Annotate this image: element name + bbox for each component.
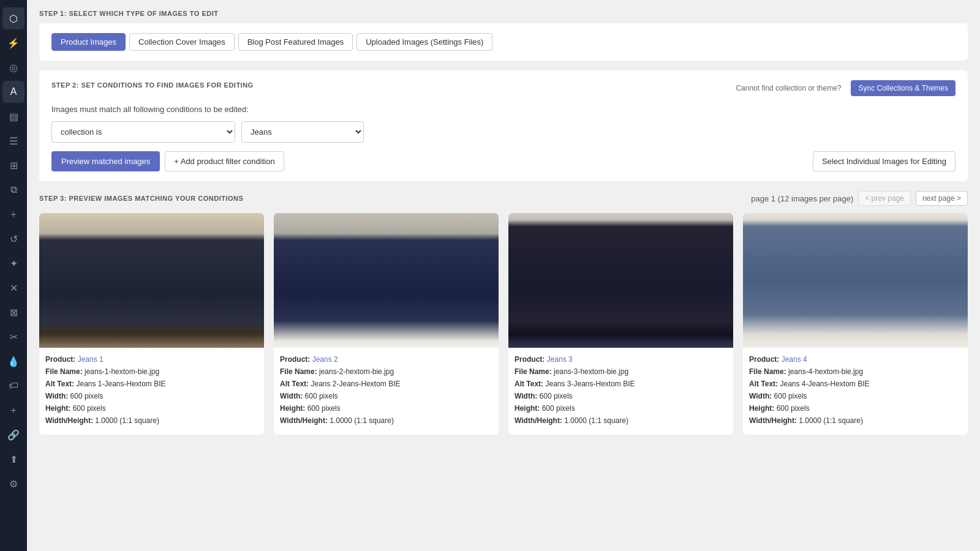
- step2-label: STEP 2: SET CONDITIONS TO FIND IMAGES FO…: [51, 81, 254, 89]
- tab-product-images[interactable]: Product Images: [51, 33, 126, 51]
- step2-card: STEP 2: SET CONDITIONS TO FIND IMAGES FO…: [39, 70, 968, 181]
- step1-label: STEP 1: SELECT WHICH TYPE OF IMAGES TO E…: [39, 10, 968, 17]
- add-condition-button[interactable]: + Add product filter condition: [165, 151, 284, 171]
- step2-header: STEP 2: SET CONDITIONS TO FIND IMAGES FO…: [51, 80, 956, 96]
- height-line-2: Height: 600 pixels: [280, 403, 492, 414]
- image-type-tabs: Product Images Collection Cover Images B…: [51, 33, 956, 51]
- image-preview-3: [508, 213, 733, 348]
- ratio-line-4: Width/Height: 1.0000 (1:1 square): [749, 415, 962, 426]
- alt-line-1: Alt Text: Jeans 1-Jeans-Hextom BIE: [45, 378, 258, 389]
- image-info-4: Product: Jeans 4 File Name: jeans-4-hext…: [743, 348, 968, 435]
- filename-line-2: File Name: jeans-2-hextom-bie.jpg: [280, 366, 492, 377]
- sidebar-icon-refresh[interactable]: ↺: [2, 228, 24, 250]
- sidebar-icon-layers[interactable]: ⧉: [2, 179, 24, 201]
- sidebar-icon-tag[interactable]: ✦: [2, 252, 24, 274]
- condition-value-select[interactable]: Jeans: [241, 121, 364, 143]
- step1-card: Product Images Collection Cover Images B…: [39, 23, 968, 61]
- preview-matched-images-button[interactable]: Preview matched images: [51, 151, 160, 171]
- step3-label: STEP 3: PREVIEW IMAGES MATCHING YOUR CON…: [39, 195, 243, 202]
- main-content: STEP 1: SELECT WHICH TYPE OF IMAGES TO E…: [27, 0, 980, 551]
- height-line-1: Height: 600 pixels: [45, 403, 258, 414]
- image-info-3: Product: Jeans 3 File Name: jeans-3-hext…: [508, 348, 733, 435]
- sidebar-icon-circle[interactable]: ◎: [2, 56, 24, 78]
- sidebar-icon-plus[interactable]: ＋: [2, 203, 24, 225]
- product-link-3[interactable]: Jeans 3: [547, 355, 573, 364]
- sidebar-icon-plus2[interactable]: ＋: [2, 399, 24, 421]
- image-card-2: Product: Jeans 2 File Name: jeans-2-hext…: [274, 213, 499, 435]
- step3-header: STEP 3: PREVIEW IMAGES MATCHING YOUR CON…: [39, 191, 968, 206]
- sidebar-icon-upload[interactable]: ⬆: [2, 448, 24, 470]
- image-card-3: Product: Jeans 3 File Name: jeans-3-hext…: [508, 213, 733, 435]
- sync-collections-button[interactable]: Sync Collections & Themes: [851, 80, 956, 96]
- width-line-1: Width: 600 pixels: [45, 391, 258, 402]
- ratio-line-2: Width/Height: 1.0000 (1:1 square): [280, 415, 492, 426]
- sidebar-icon-group[interactable]: ⊠: [2, 301, 24, 323]
- image-info-2: Product: Jeans 2 File Name: jeans-2-hext…: [274, 348, 499, 435]
- image-info-1: Product: Jeans 1 File Name: jeans-1-hext…: [39, 348, 264, 435]
- width-line-2: Width: 600 pixels: [280, 391, 492, 402]
- image-preview-4: [743, 213, 968, 348]
- sidebar-icon-x[interactable]: ✕: [2, 277, 24, 299]
- alt-line-3: Alt Text: Jeans 3-Jeans-Hextom BIE: [514, 378, 727, 389]
- sidebar-icon-settings[interactable]: ⚙: [2, 473, 24, 495]
- filename-line-1: File Name: jeans-1-hextom-bie.jpg: [45, 366, 258, 377]
- height-line-4: Height: 600 pixels: [749, 403, 962, 414]
- select-individual-images-button[interactable]: Select Individual Images for Editing: [813, 151, 956, 171]
- image-preview-1: [39, 213, 264, 348]
- product-line-3: Product: Jeans 3: [514, 354, 727, 365]
- sidebar-icon-link[interactable]: 🔗: [2, 424, 24, 446]
- sidebar-icon-scissors[interactable]: ✂: [2, 326, 24, 348]
- sidebar-icon-list[interactable]: ☰: [2, 130, 24, 152]
- next-page-button[interactable]: next page >: [916, 191, 968, 206]
- conditions-description: Images must match all following conditio…: [51, 105, 956, 114]
- image-preview-2: [274, 213, 499, 348]
- tab-collection-cover-images[interactable]: Collection Cover Images: [129, 33, 235, 51]
- product-link-4[interactable]: Jeans 4: [782, 355, 807, 364]
- ratio-line-3: Width/Height: 1.0000 (1:1 square): [514, 415, 727, 426]
- sidebar-icon-text[interactable]: A: [2, 81, 24, 103]
- sidebar: ⬡ ⚡ ◎ A ▤ ☰ ⊞ ⧉ ＋ ↺ ✦ ✕ ⊠ ✂ 💧 🏷 ＋ 🔗 ⬆ ⚙: [0, 0, 27, 551]
- product-line-4: Product: Jeans 4: [749, 354, 962, 365]
- image-grid: Product: Jeans 1 File Name: jeans-1-hext…: [39, 213, 968, 435]
- conditions-actions-row: Preview matched images + Add product fil…: [51, 151, 956, 171]
- page-number: page 1 (12 images per page): [751, 194, 853, 203]
- width-line-3: Width: 600 pixels: [514, 391, 727, 402]
- alt-line-2: Alt Text: Jeans 2-Jeans-Hextom BIE: [280, 378, 492, 389]
- sidebar-icon-document[interactable]: ▤: [2, 105, 24, 127]
- sidebar-icon-lightning[interactable]: ⚡: [2, 32, 24, 54]
- sidebar-icon-drop[interactable]: 💧: [2, 350, 24, 372]
- pagination-info: page 1 (12 images per page) < prev page …: [751, 191, 968, 206]
- sidebar-icon-app[interactable]: ⬡: [2, 7, 24, 29]
- prev-page-button[interactable]: < prev page: [858, 191, 911, 206]
- tab-uploaded-images[interactable]: Uploaded Images (Settings Files): [356, 33, 492, 51]
- product-line-2: Product: Jeans 2: [280, 354, 492, 365]
- product-link-2[interactable]: Jeans 2: [312, 355, 338, 364]
- ratio-line-1: Width/Height: 1.0000 (1:1 square): [45, 415, 258, 426]
- conditions-row: collection is Jeans: [51, 121, 956, 143]
- alt-line-4: Alt Text: Jeans 4-Jeans-Hextom BIE: [749, 378, 962, 389]
- filename-line-4: File Name: jeans-4-hextom-bie.jpg: [749, 366, 962, 377]
- width-line-4: Width: 600 pixels: [749, 391, 962, 402]
- sidebar-icon-label[interactable]: 🏷: [2, 375, 24, 397]
- image-card-4: Product: Jeans 4 File Name: jeans-4-hext…: [743, 213, 968, 435]
- actions-left: Preview matched images + Add product fil…: [51, 151, 284, 171]
- condition-field-select[interactable]: collection is: [51, 121, 235, 143]
- filename-line-3: File Name: jeans-3-hextom-bie.jpg: [514, 366, 727, 377]
- height-line-3: Height: 600 pixels: [514, 403, 727, 414]
- tab-blog-post-images[interactable]: Blog Post Featured Images: [238, 33, 353, 51]
- cannot-find-text: Cannot find collection or theme?: [736, 84, 841, 92]
- sidebar-icon-grid[interactable]: ⊞: [2, 154, 24, 176]
- product-line-1: Product: Jeans 1: [45, 354, 258, 365]
- image-card-1: Product: Jeans 1 File Name: jeans-1-hext…: [39, 213, 264, 435]
- product-link-1[interactable]: Jeans 1: [78, 355, 104, 364]
